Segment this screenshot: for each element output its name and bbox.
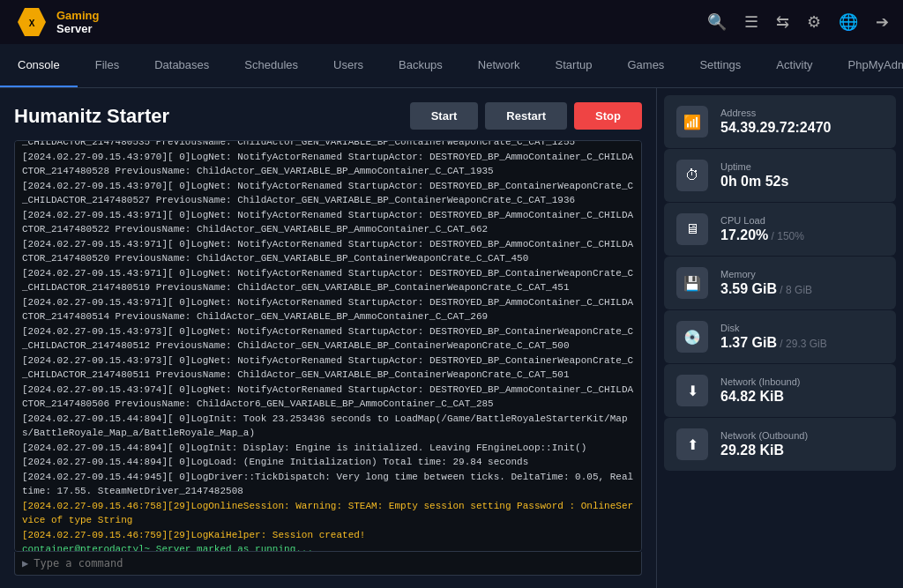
stat-value: 1.37 GiB / 29.3 GiB bbox=[720, 335, 884, 351]
log-line: [2024.02.27-09.15.43:971][ 0]LogNet: Not… bbox=[22, 237, 634, 266]
restart-button[interactable]: Restart bbox=[485, 102, 567, 130]
cpu-icon: 🖥 bbox=[676, 213, 708, 245]
tab-schedules[interactable]: Schedules bbox=[227, 44, 316, 87]
search-icon[interactable]: 🔍 bbox=[707, 12, 727, 32]
tab-settings[interactable]: Settings bbox=[682, 44, 758, 87]
log-line: [2024.02.27-09.15.44:894][ 0]LogLoad: (E… bbox=[22, 455, 634, 470]
tab-databases[interactable]: Databases bbox=[137, 44, 227, 87]
top-bar: X Gaming Server 🔍 ☰ ⇆ ⚙ 🌐 ➔ bbox=[0, 0, 903, 44]
log-line: [2024.02.27-09.15.43:973][ 0]LogNet: Not… bbox=[22, 354, 634, 383]
log-line: [2024.02.27-09.15.44:894][ 0]LogInit: To… bbox=[22, 412, 634, 441]
memory-icon: 💾 bbox=[676, 267, 708, 299]
tab-games[interactable]: Games bbox=[609, 44, 682, 87]
stat-label: Uptime bbox=[720, 161, 884, 172]
stop-button[interactable]: Stop bbox=[574, 102, 642, 130]
stat-value: 29.28 KiB bbox=[720, 443, 884, 458]
svg-text:X: X bbox=[29, 19, 35, 28]
wifi-icon: 📶 bbox=[676, 106, 708, 138]
sidebar: 📶Address54.39.29.72:2470⏱Uptime0h 0m 52s… bbox=[656, 88, 903, 588]
stat-card-memory: 💾Memory3.59 GiB / 8 GiB bbox=[664, 257, 896, 309]
stat-label: Network (Inbound) bbox=[720, 376, 884, 387]
logo-icon: X bbox=[14, 4, 49, 40]
stat-label: Memory bbox=[720, 269, 884, 279]
logo: X Gaming Server bbox=[14, 4, 99, 40]
stat-label: Address bbox=[720, 108, 884, 118]
globe-icon[interactable]: 🌐 bbox=[839, 12, 858, 32]
tab-phpmyadmin[interactable]: PhpMyAdmin bbox=[831, 44, 903, 87]
console-input[interactable] bbox=[34, 557, 634, 569]
main-layout: Humanitz Starter Start Restart Stop Chil… bbox=[0, 88, 903, 588]
console-prompt: ▶ bbox=[22, 557, 28, 569]
log-line: [2024.02.27-09.15.43:970][ 0]LogNet: Not… bbox=[22, 179, 634, 208]
log-line: [2024.02.27-09.15.44:945][ 0]LogDriver::… bbox=[22, 470, 634, 499]
log-line: [2024.02.27-09.15.46:759][29]LogKaiHelpe… bbox=[22, 528, 634, 543]
stat-label: Network (Outbound) bbox=[720, 430, 884, 441]
logout-icon[interactable]: ➔ bbox=[876, 12, 889, 32]
tab-activity[interactable]: Activity bbox=[758, 44, 830, 87]
stat-card-cpu-load: 🖥CPU Load17.20% / 150% bbox=[664, 203, 896, 256]
tab-backups[interactable]: Backups bbox=[381, 44, 460, 87]
gear-icon[interactable]: ⚙ bbox=[807, 12, 821, 32]
tab-network[interactable]: Network bbox=[460, 44, 538, 87]
stat-card-network-(outbound): ⬆Network (Outbound)29.28 KiB bbox=[664, 418, 896, 471]
console-title: Humanitz Starter Start Restart Stop bbox=[14, 102, 642, 130]
top-icons: 🔍 ☰ ⇆ ⚙ 🌐 ➔ bbox=[707, 12, 889, 32]
disk-icon: 💿 bbox=[676, 321, 708, 353]
stat-card-address: 📶Address54.39.29.72:2470 bbox=[664, 95, 896, 148]
stat-value: 64.82 KiB bbox=[720, 389, 884, 405]
stat-sub: / 150% bbox=[768, 230, 804, 242]
tab-startup[interactable]: Startup bbox=[538, 44, 610, 87]
tab-users[interactable]: Users bbox=[316, 44, 381, 87]
log-line: [2024.02.27-09.15.44:894][ 0]LogInit: Di… bbox=[22, 441, 634, 456]
log-line: [2024.02.27-09.15.43:969][ 0]LogNet: Not… bbox=[22, 140, 634, 150]
stat-sub: / 8 GiB bbox=[777, 284, 812, 296]
stat-label: Disk bbox=[720, 323, 884, 333]
stat-card-disk: 💿Disk1.37 GiB / 29.3 GiB bbox=[664, 310, 896, 363]
log-line: [2024.02.27-09.15.46:758][29]LogOnlineSe… bbox=[22, 499, 634, 528]
tab-files[interactable]: Files bbox=[78, 44, 137, 87]
log-line: [2024.02.27-09.15.43:973][ 0]LogNet: Not… bbox=[22, 324, 634, 354]
stat-sub: / 29.3 GiB bbox=[777, 338, 827, 350]
console-buttons: Start Restart Stop bbox=[410, 102, 642, 130]
stat-value: 3.59 GiB / 8 GiB bbox=[720, 281, 884, 297]
console-output[interactable]: ChildActorS_GEN_VARIABLE_BP_AmmoContaine… bbox=[14, 140, 642, 552]
transfer-icon[interactable]: ⇆ bbox=[776, 12, 789, 32]
log-line: [2024.02.27-09.15.43:971][ 0]LogNet: Not… bbox=[22, 266, 634, 295]
download-icon: ⬇ bbox=[676, 375, 708, 406]
tab-console[interactable]: Console bbox=[0, 44, 78, 87]
tab-nav: Console Files Databases Schedules Users … bbox=[0, 44, 903, 88]
logo-line1: Gaming bbox=[56, 9, 99, 22]
stat-label: CPU Load bbox=[720, 215, 884, 226]
stat-card-uptime: ⏱Uptime0h 0m 52s bbox=[664, 149, 896, 202]
console-input-bar: ▶ bbox=[14, 552, 642, 576]
stat-value: 17.20% / 150% bbox=[720, 227, 884, 243]
stat-value: 54.39.29.72:2470 bbox=[720, 120, 884, 136]
log-line: container@pterodactyl~ Server marked as … bbox=[22, 542, 634, 552]
stat-value: 0h 0m 52s bbox=[720, 174, 884, 190]
log-line: [2024.02.27-09.15.43:970][ 0]LogNet: Not… bbox=[22, 150, 634, 179]
stat-card-network-(inbound): ⬇Network (Inbound)64.82 KiB bbox=[664, 364, 896, 417]
console-area: Humanitz Starter Start Restart Stop Chil… bbox=[0, 88, 656, 588]
upload-icon: ⬆ bbox=[676, 428, 708, 460]
layers-icon[interactable]: ☰ bbox=[744, 12, 758, 32]
start-button[interactable]: Start bbox=[410, 102, 479, 130]
log-line: [2024.02.27-09.15.43:971][ 0]LogNet: Not… bbox=[22, 295, 634, 324]
clock-icon: ⏱ bbox=[676, 160, 708, 191]
page-title: Humanitz Starter bbox=[14, 105, 169, 128]
logo-line2: Server bbox=[56, 22, 99, 35]
log-line: [2024.02.27-09.15.43:974][ 0]LogNet: Not… bbox=[22, 383, 634, 412]
log-line: [2024.02.27-09.15.43:971][ 0]LogNet: Not… bbox=[22, 208, 634, 237]
